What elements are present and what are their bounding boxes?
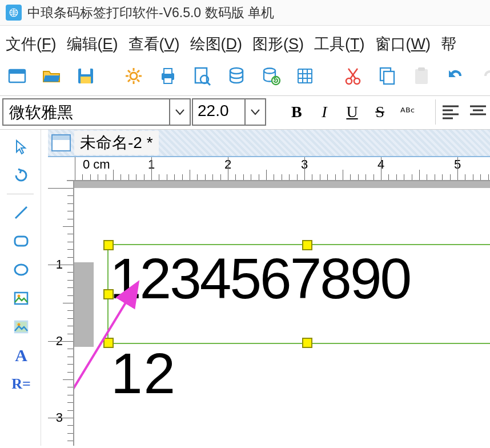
redo-button[interactable] (480, 65, 490, 87)
svg-rect-51 (15, 321, 27, 333)
font-name-select[interactable]: 微软雅黑 (2, 98, 191, 126)
bold-button[interactable]: B (287, 99, 307, 125)
paste-button[interactable] (411, 65, 432, 87)
resize-handle-ml[interactable] (103, 289, 114, 299)
svg-point-5 (130, 73, 137, 79)
svg-rect-15 (164, 69, 172, 74)
text-content-sub: 12 (111, 345, 176, 402)
copy-button[interactable] (377, 65, 397, 87)
svg-rect-1 (9, 70, 25, 74)
svg-line-46 (15, 207, 27, 218)
svg-rect-36 (384, 71, 394, 84)
svg-line-33 (350, 69, 358, 79)
canvas[interactable]: 1234567890 12 (74, 181, 490, 446)
font-size-select[interactable]: 22.0 (192, 98, 266, 126)
formatbar: 微软雅黑 22.0 B I U S ᴬᴮᶜ (0, 96, 490, 130)
resize-handle-bc[interactable] (302, 338, 312, 348)
open-button[interactable] (41, 65, 62, 87)
svg-line-12 (137, 70, 139, 73)
toolbar (0, 60, 490, 96)
tool-pointer[interactable] (7, 134, 35, 159)
svg-point-31 (346, 78, 352, 84)
tool-rotate[interactable] (7, 163, 35, 188)
font-name-dropdown-icon[interactable] (169, 99, 190, 125)
canvas-area: 未命名-2 * 0 cm12345 123 1234567890 12 (41, 130, 490, 446)
case-button[interactable]: ᴬᴮᶜ (397, 99, 417, 125)
svg-line-13 (128, 79, 130, 82)
svg-point-48 (15, 265, 27, 275)
app-title: 中琅条码标签打印软件-V6.5.0 数码版 单机 (27, 4, 274, 22)
menu-help[interactable]: 帮 (441, 34, 456, 54)
svg-rect-16 (164, 78, 172, 83)
align-left-button[interactable] (435, 99, 460, 125)
svg-point-21 (264, 69, 275, 74)
tool-richtext[interactable]: R= (7, 371, 35, 397)
workspace: A R= 未命名-2 * 0 cm12345 123 1234567890 (0, 130, 490, 446)
font-name-value: 微软雅黑 (3, 99, 169, 125)
strike-button[interactable]: S (370, 99, 390, 125)
svg-rect-37 (415, 69, 428, 84)
italic-button[interactable]: I (315, 99, 335, 125)
cut-button[interactable] (343, 65, 363, 87)
svg-line-11 (137, 79, 139, 82)
menu-draw[interactable]: 绘图(D) (190, 34, 243, 54)
app-icon (6, 5, 22, 21)
tool-image[interactable] (7, 286, 35, 311)
tool-image-link[interactable] (7, 314, 35, 339)
titlebar: 中琅条码标签打印软件-V6.5.0 数码版 单机 (0, 0, 490, 26)
tool-roundrect[interactable] (7, 229, 35, 254)
menu-view[interactable]: 查看(V) (128, 34, 180, 54)
svg-rect-4 (81, 77, 91, 83)
undo-button[interactable] (445, 65, 466, 87)
menu-graphic[interactable]: 图形(S) (252, 34, 304, 54)
svg-point-20 (230, 68, 243, 74)
resize-handle-tc[interactable] (302, 240, 312, 250)
database-button[interactable] (226, 65, 247, 87)
horizontal-ruler[interactable]: 0 cm12345 (67, 157, 490, 181)
document-tab-icon (51, 134, 71, 151)
text-content-main: 1234567890 (109, 245, 490, 311)
document-tab-label: 未命名-2 * (74, 131, 159, 155)
selected-text-object[interactable]: 1234567890 (107, 244, 490, 344)
underline-button[interactable]: U (342, 99, 362, 125)
print-preview-button[interactable] (192, 65, 212, 87)
new-button[interactable] (7, 65, 27, 87)
svg-point-32 (354, 78, 360, 84)
tool-ellipse[interactable] (7, 257, 35, 282)
svg-rect-38 (418, 67, 425, 71)
svg-line-19 (207, 82, 210, 85)
database-refresh-button[interactable] (260, 65, 281, 87)
grid-button[interactable] (295, 65, 315, 87)
svg-line-34 (348, 69, 356, 79)
menubar: 文件(F) 编辑(E) 查看(V) 绘图(D) 图形(S) 工具(T) 窗口(W… (0, 26, 490, 60)
menu-edit[interactable]: 编辑(E) (67, 34, 118, 54)
print-button[interactable] (158, 65, 178, 87)
align-center-button[interactable] (468, 99, 488, 125)
font-size-dropdown-icon[interactable] (244, 99, 265, 125)
font-size-value: 22.0 (193, 99, 244, 125)
svg-line-10 (128, 70, 130, 73)
menu-tool[interactable]: 工具(T) (314, 34, 365, 54)
save-button[interactable] (75, 65, 96, 87)
menu-window[interactable]: 窗口(W) (375, 34, 431, 54)
tool-line[interactable] (7, 200, 35, 225)
menu-file[interactable]: 文件(F) (6, 34, 57, 54)
resize-handle-tl[interactable] (103, 240, 114, 250)
svg-rect-3 (81, 69, 90, 74)
side-toolbar: A R= (0, 130, 41, 446)
tool-text[interactable]: A (7, 343, 35, 368)
svg-rect-49 (15, 293, 27, 304)
settings-button[interactable] (123, 65, 144, 87)
svg-rect-47 (15, 237, 27, 246)
document-tab[interactable]: 未命名-2 * (48, 130, 490, 157)
vertical-ruler[interactable]: 123 (48, 181, 74, 446)
